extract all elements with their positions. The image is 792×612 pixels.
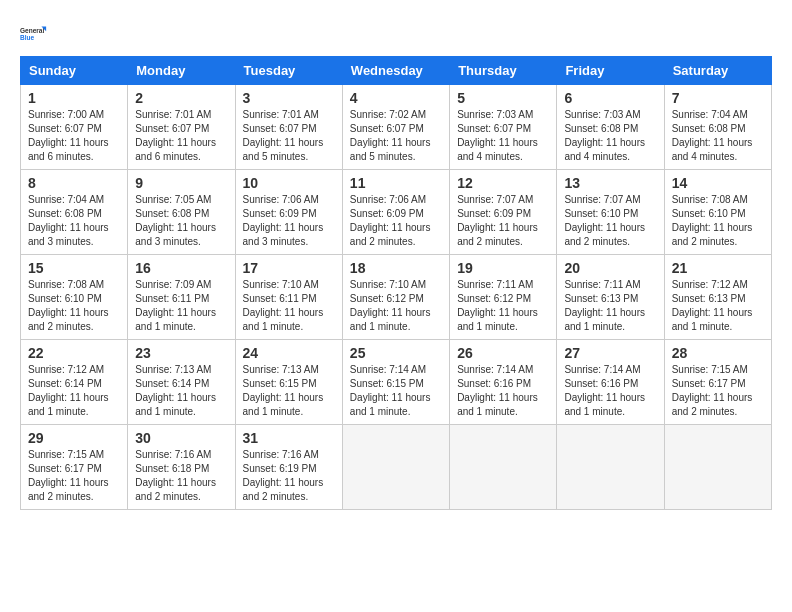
calendar-cell: 22Sunrise: 7:12 AM Sunset: 6:14 PM Dayli… bbox=[21, 340, 128, 425]
day-number: 14 bbox=[672, 175, 764, 191]
day-number: 10 bbox=[243, 175, 335, 191]
day-info: Sunrise: 7:16 AM Sunset: 6:18 PM Dayligh… bbox=[135, 448, 227, 504]
day-number: 24 bbox=[243, 345, 335, 361]
calendar-week-2: 8Sunrise: 7:04 AM Sunset: 6:08 PM Daylig… bbox=[21, 170, 772, 255]
page-header: GeneralBlue bbox=[20, 20, 772, 48]
day-number: 4 bbox=[350, 90, 442, 106]
calendar-cell: 21Sunrise: 7:12 AM Sunset: 6:13 PM Dayli… bbox=[664, 255, 771, 340]
calendar-cell: 16Sunrise: 7:09 AM Sunset: 6:11 PM Dayli… bbox=[128, 255, 235, 340]
day-info: Sunrise: 7:11 AM Sunset: 6:13 PM Dayligh… bbox=[564, 278, 656, 334]
day-number: 2 bbox=[135, 90, 227, 106]
calendar-cell: 25Sunrise: 7:14 AM Sunset: 6:15 PM Dayli… bbox=[342, 340, 449, 425]
day-number: 21 bbox=[672, 260, 764, 276]
day-number: 12 bbox=[457, 175, 549, 191]
day-number: 3 bbox=[243, 90, 335, 106]
day-number: 15 bbox=[28, 260, 120, 276]
calendar-header-row: SundayMondayTuesdayWednesdayThursdayFrid… bbox=[21, 57, 772, 85]
day-info: Sunrise: 7:04 AM Sunset: 6:08 PM Dayligh… bbox=[672, 108, 764, 164]
calendar-cell: 20Sunrise: 7:11 AM Sunset: 6:13 PM Dayli… bbox=[557, 255, 664, 340]
day-info: Sunrise: 7:15 AM Sunset: 6:17 PM Dayligh… bbox=[28, 448, 120, 504]
day-number: 1 bbox=[28, 90, 120, 106]
calendar-cell: 8Sunrise: 7:04 AM Sunset: 6:08 PM Daylig… bbox=[21, 170, 128, 255]
day-info: Sunrise: 7:13 AM Sunset: 6:14 PM Dayligh… bbox=[135, 363, 227, 419]
day-info: Sunrise: 7:09 AM Sunset: 6:11 PM Dayligh… bbox=[135, 278, 227, 334]
calendar-cell: 13Sunrise: 7:07 AM Sunset: 6:10 PM Dayli… bbox=[557, 170, 664, 255]
calendar-cell: 29Sunrise: 7:15 AM Sunset: 6:17 PM Dayli… bbox=[21, 425, 128, 510]
calendar-week-1: 1Sunrise: 7:00 AM Sunset: 6:07 PM Daylig… bbox=[21, 85, 772, 170]
calendar-cell: 27Sunrise: 7:14 AM Sunset: 6:16 PM Dayli… bbox=[557, 340, 664, 425]
calendar-cell: 4Sunrise: 7:02 AM Sunset: 6:07 PM Daylig… bbox=[342, 85, 449, 170]
calendar-cell: 23Sunrise: 7:13 AM Sunset: 6:14 PM Dayli… bbox=[128, 340, 235, 425]
calendar-cell: 15Sunrise: 7:08 AM Sunset: 6:10 PM Dayli… bbox=[21, 255, 128, 340]
day-info: Sunrise: 7:14 AM Sunset: 6:15 PM Dayligh… bbox=[350, 363, 442, 419]
day-number: 5 bbox=[457, 90, 549, 106]
logo-icon: GeneralBlue bbox=[20, 20, 48, 48]
day-number: 26 bbox=[457, 345, 549, 361]
day-info: Sunrise: 7:15 AM Sunset: 6:17 PM Dayligh… bbox=[672, 363, 764, 419]
day-number: 28 bbox=[672, 345, 764, 361]
calendar-cell: 14Sunrise: 7:08 AM Sunset: 6:10 PM Dayli… bbox=[664, 170, 771, 255]
day-info: Sunrise: 7:10 AM Sunset: 6:12 PM Dayligh… bbox=[350, 278, 442, 334]
header-thursday: Thursday bbox=[450, 57, 557, 85]
calendar-cell: 5Sunrise: 7:03 AM Sunset: 6:07 PM Daylig… bbox=[450, 85, 557, 170]
day-info: Sunrise: 7:07 AM Sunset: 6:10 PM Dayligh… bbox=[564, 193, 656, 249]
logo: GeneralBlue bbox=[20, 20, 48, 48]
calendar-cell: 2Sunrise: 7:01 AM Sunset: 6:07 PM Daylig… bbox=[128, 85, 235, 170]
day-info: Sunrise: 7:03 AM Sunset: 6:07 PM Dayligh… bbox=[457, 108, 549, 164]
day-info: Sunrise: 7:12 AM Sunset: 6:13 PM Dayligh… bbox=[672, 278, 764, 334]
day-info: Sunrise: 7:06 AM Sunset: 6:09 PM Dayligh… bbox=[350, 193, 442, 249]
day-info: Sunrise: 7:07 AM Sunset: 6:09 PM Dayligh… bbox=[457, 193, 549, 249]
day-number: 29 bbox=[28, 430, 120, 446]
header-monday: Monday bbox=[128, 57, 235, 85]
calendar-cell: 3Sunrise: 7:01 AM Sunset: 6:07 PM Daylig… bbox=[235, 85, 342, 170]
day-info: Sunrise: 7:14 AM Sunset: 6:16 PM Dayligh… bbox=[564, 363, 656, 419]
calendar-cell: 17Sunrise: 7:10 AM Sunset: 6:11 PM Dayli… bbox=[235, 255, 342, 340]
day-number: 17 bbox=[243, 260, 335, 276]
calendar-cell bbox=[664, 425, 771, 510]
day-info: Sunrise: 7:08 AM Sunset: 6:10 PM Dayligh… bbox=[672, 193, 764, 249]
calendar-week-4: 22Sunrise: 7:12 AM Sunset: 6:14 PM Dayli… bbox=[21, 340, 772, 425]
calendar-cell bbox=[342, 425, 449, 510]
day-number: 6 bbox=[564, 90, 656, 106]
header-friday: Friday bbox=[557, 57, 664, 85]
calendar-cell: 9Sunrise: 7:05 AM Sunset: 6:08 PM Daylig… bbox=[128, 170, 235, 255]
calendar-week-3: 15Sunrise: 7:08 AM Sunset: 6:10 PM Dayli… bbox=[21, 255, 772, 340]
day-info: Sunrise: 7:03 AM Sunset: 6:08 PM Dayligh… bbox=[564, 108, 656, 164]
day-info: Sunrise: 7:00 AM Sunset: 6:07 PM Dayligh… bbox=[28, 108, 120, 164]
day-info: Sunrise: 7:16 AM Sunset: 6:19 PM Dayligh… bbox=[243, 448, 335, 504]
calendar-cell: 30Sunrise: 7:16 AM Sunset: 6:18 PM Dayli… bbox=[128, 425, 235, 510]
calendar-cell: 12Sunrise: 7:07 AM Sunset: 6:09 PM Dayli… bbox=[450, 170, 557, 255]
calendar-cell: 11Sunrise: 7:06 AM Sunset: 6:09 PM Dayli… bbox=[342, 170, 449, 255]
day-info: Sunrise: 7:01 AM Sunset: 6:07 PM Dayligh… bbox=[135, 108, 227, 164]
day-number: 8 bbox=[28, 175, 120, 191]
day-number: 9 bbox=[135, 175, 227, 191]
calendar-cell bbox=[450, 425, 557, 510]
calendar-cell: 19Sunrise: 7:11 AM Sunset: 6:12 PM Dayli… bbox=[450, 255, 557, 340]
day-number: 16 bbox=[135, 260, 227, 276]
header-saturday: Saturday bbox=[664, 57, 771, 85]
day-number: 27 bbox=[564, 345, 656, 361]
day-info: Sunrise: 7:14 AM Sunset: 6:16 PM Dayligh… bbox=[457, 363, 549, 419]
header-sunday: Sunday bbox=[21, 57, 128, 85]
calendar-cell: 7Sunrise: 7:04 AM Sunset: 6:08 PM Daylig… bbox=[664, 85, 771, 170]
svg-text:Blue: Blue bbox=[20, 34, 34, 41]
day-info: Sunrise: 7:10 AM Sunset: 6:11 PM Dayligh… bbox=[243, 278, 335, 334]
calendar-cell: 24Sunrise: 7:13 AM Sunset: 6:15 PM Dayli… bbox=[235, 340, 342, 425]
day-info: Sunrise: 7:12 AM Sunset: 6:14 PM Dayligh… bbox=[28, 363, 120, 419]
calendar-cell: 26Sunrise: 7:14 AM Sunset: 6:16 PM Dayli… bbox=[450, 340, 557, 425]
day-number: 7 bbox=[672, 90, 764, 106]
day-number: 13 bbox=[564, 175, 656, 191]
calendar-cell: 31Sunrise: 7:16 AM Sunset: 6:19 PM Dayli… bbox=[235, 425, 342, 510]
calendar-cell: 28Sunrise: 7:15 AM Sunset: 6:17 PM Dayli… bbox=[664, 340, 771, 425]
calendar-cell: 10Sunrise: 7:06 AM Sunset: 6:09 PM Dayli… bbox=[235, 170, 342, 255]
day-info: Sunrise: 7:11 AM Sunset: 6:12 PM Dayligh… bbox=[457, 278, 549, 334]
header-wednesday: Wednesday bbox=[342, 57, 449, 85]
day-number: 18 bbox=[350, 260, 442, 276]
day-number: 22 bbox=[28, 345, 120, 361]
day-info: Sunrise: 7:02 AM Sunset: 6:07 PM Dayligh… bbox=[350, 108, 442, 164]
day-info: Sunrise: 7:08 AM Sunset: 6:10 PM Dayligh… bbox=[28, 278, 120, 334]
day-info: Sunrise: 7:06 AM Sunset: 6:09 PM Dayligh… bbox=[243, 193, 335, 249]
day-info: Sunrise: 7:13 AM Sunset: 6:15 PM Dayligh… bbox=[243, 363, 335, 419]
day-number: 31 bbox=[243, 430, 335, 446]
calendar-cell: 6Sunrise: 7:03 AM Sunset: 6:08 PM Daylig… bbox=[557, 85, 664, 170]
